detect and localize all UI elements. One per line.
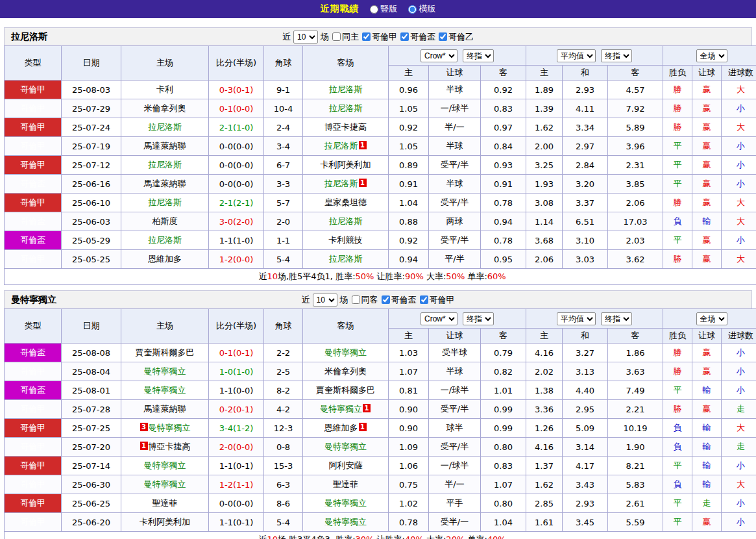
away-team-cell: 拉尼洛斯 [303, 99, 389, 118]
result-wdl: 平 [663, 137, 692, 156]
ah-line: 半球 [429, 81, 481, 99]
ah-home-odds: 0.91 [389, 175, 429, 194]
matches-table: 类型日期主场比分(半场)角球客场Crow*终指平均值终指全场主让球客主和客胜负让… [4, 45, 756, 285]
score-cell: 1-1(1-0) [209, 231, 264, 250]
scope-select[interactable]: 全场 [696, 312, 727, 325]
ah-stage-select[interactable]: 终指 [463, 312, 494, 325]
team-link: 賈奎斯科爾多巴 [316, 385, 375, 395]
eu-away-odds: 3.63 [608, 362, 663, 381]
vertical-radio-input[interactable] [370, 5, 378, 14]
horizontal-radio-input[interactable] [408, 5, 417, 14]
corners-cell: 1-1 [264, 231, 303, 250]
team-link: 拉尼洛斯 [148, 197, 182, 207]
eu-source-select[interactable]: 平均值 [557, 49, 596, 62]
date-cell: 25-07-29 [62, 99, 121, 118]
corners-cell: 2-4 [264, 118, 303, 137]
eu-stage-select[interactable]: 终指 [601, 49, 632, 62]
score-cell: 3-0(2-0) [209, 212, 264, 231]
eu-home-odds: 2.02 [526, 362, 563, 381]
date-cell: 25-08-04 [62, 362, 121, 381]
date-cell: 25-07-28 [62, 400, 121, 419]
home-team-cell: 曼特寧獨立 [121, 457, 209, 475]
eu-away-odds: 3.96 [608, 137, 663, 156]
result-goals: 走 [722, 438, 756, 457]
filter-checkbox-1[interactable]: 哥倫甲 [361, 31, 397, 43]
score-cell: 3-4(1-2) [209, 419, 264, 438]
eu-home-odds: 1.38 [526, 381, 563, 400]
ah-line: 半球 [429, 175, 481, 194]
eu-home-odds: 1.62 [526, 118, 563, 137]
result-goals: 小 [722, 175, 756, 194]
ah-home-odds: 1.06 [389, 457, 429, 475]
score-cell: 1-2(1-1) [209, 475, 264, 494]
team-link: 拉尼洛斯 [148, 160, 182, 169]
eu-draw-odds: 3.10 [563, 231, 608, 250]
eu-source-select[interactable]: 平均值 [557, 312, 596, 325]
eu-home-odds: 1.89 [526, 81, 563, 99]
ah-stage-select[interactable]: 终指 [463, 49, 494, 62]
filter-checkbox-2[interactable]: 哥倫盃 [400, 31, 435, 43]
league-cell: 哥倫甲 [5, 438, 62, 457]
corners-cell: 3-4 [264, 137, 303, 156]
handicap-odds-group-header: Crow*终指 [389, 46, 526, 66]
eu-away-odds: 3.62 [608, 250, 663, 269]
ah-source-select[interactable]: Crow* [421, 312, 457, 325]
ah-home-odds: 0.94 [389, 250, 429, 269]
match-row: 哥倫甲25-07-29米倫拿列奧0-1(0-0)10-4拉尼洛斯1.05一/球半… [5, 99, 756, 118]
date-cell: 25-06-10 [62, 194, 121, 212]
scope-select[interactable]: 全场 [696, 49, 727, 62]
league-cell: 哥倫盃 [5, 212, 62, 231]
filter-checkbox-2[interactable]: 哥倫甲 [419, 294, 455, 306]
score-cell: 1-2(0-0) [209, 250, 264, 269]
games-count-select[interactable]: 10 [293, 31, 318, 44]
ah-line: 平/半 [429, 250, 481, 269]
filter-checkbox-input[interactable] [352, 295, 360, 304]
games-count-select[interactable]: 10 [313, 294, 337, 307]
ah-line: 两球 [429, 212, 481, 231]
eu-draw-odds: 3.13 [563, 362, 608, 381]
match-row: 哥倫甲25-07-14曼特寧獨立1-1(0-1)15-3阿利安薩1.06一/球半… [5, 457, 756, 475]
filter-checkbox-0[interactable]: 同客 [351, 294, 378, 306]
layout-radio-vertical[interactable]: 豎版 [370, 3, 398, 15]
filter-checkbox-0[interactable]: 同主 [332, 31, 359, 43]
filter-checkbox-input[interactable] [332, 32, 341, 41]
corners-cell: 5-7 [264, 194, 303, 212]
match-row: 哥倫甲25-08-04曼特寧獨立1-0(1-0)2-5米倫拿列奧1.07半球0.… [5, 362, 756, 381]
eu-draw-odds: 4.11 [563, 99, 608, 118]
eu-away-odds: 5.83 [608, 475, 663, 494]
europe-odds-group-header: 平均值终指 [526, 309, 663, 329]
filter-checkbox-input[interactable] [420, 295, 428, 304]
home-team-cell: 1博亞卡捷高 [121, 438, 209, 457]
league-cell: 哥倫盃 [5, 175, 62, 194]
team-link: 恩維加多 [148, 254, 182, 264]
eu-home-odds: 1.26 [526, 419, 563, 438]
ah-home-odds: 0.75 [389, 475, 429, 494]
games-unit-label: 场 [321, 31, 329, 43]
filter-controls: 近10场同主哥倫甲哥倫盃哥倫乙 [282, 31, 474, 44]
home-team-cell: 拉尼洛斯 [121, 231, 209, 250]
ah-source-select[interactable]: Crow* [421, 49, 457, 62]
filter-checkbox-3[interactable]: 哥倫乙 [438, 31, 474, 43]
filter-checkbox-input[interactable] [439, 32, 447, 41]
ah-home-odds: 1.02 [389, 494, 429, 513]
filter-checkbox-1[interactable]: 哥倫盃 [381, 294, 417, 306]
filter-checkbox-input[interactable] [382, 295, 390, 304]
score-cell: 0-2(0-1) [209, 400, 264, 419]
layout-radio-horizontal[interactable]: 橫版 [408, 3, 436, 15]
match-row: 哥倫盃25-08-01曼特寧獨立1-1(0-0)8-2賈奎斯科爾多巴0.81一/… [5, 381, 756, 400]
matches-table: 类型日期主场比分(半场)角球客场Crow*终指平均值终指全场主让球客主和客胜负让… [4, 308, 756, 539]
league-cell: 哥倫甲 [5, 400, 62, 419]
handicap-result-header: 让球 [692, 66, 722, 81]
away-team-cell: 卡利阿美利加 [303, 156, 389, 175]
red-card-badge: 1 [363, 404, 371, 412]
page-title: 近期戰績 [321, 3, 360, 15]
ah-line: 受半球 [429, 344, 481, 362]
filter-checkbox-input[interactable] [400, 32, 409, 41]
league-cell: 哥倫甲 [5, 457, 62, 475]
league-cell: 哥倫盃 [5, 344, 62, 362]
ah-line: 半球 [429, 362, 481, 381]
eu-stage-select[interactable]: 终指 [601, 312, 632, 325]
away-team-cell: 皇家桑坦德 [303, 194, 389, 212]
filter-checkbox-input[interactable] [362, 32, 371, 41]
date-cell: 25-06-16 [62, 175, 121, 194]
